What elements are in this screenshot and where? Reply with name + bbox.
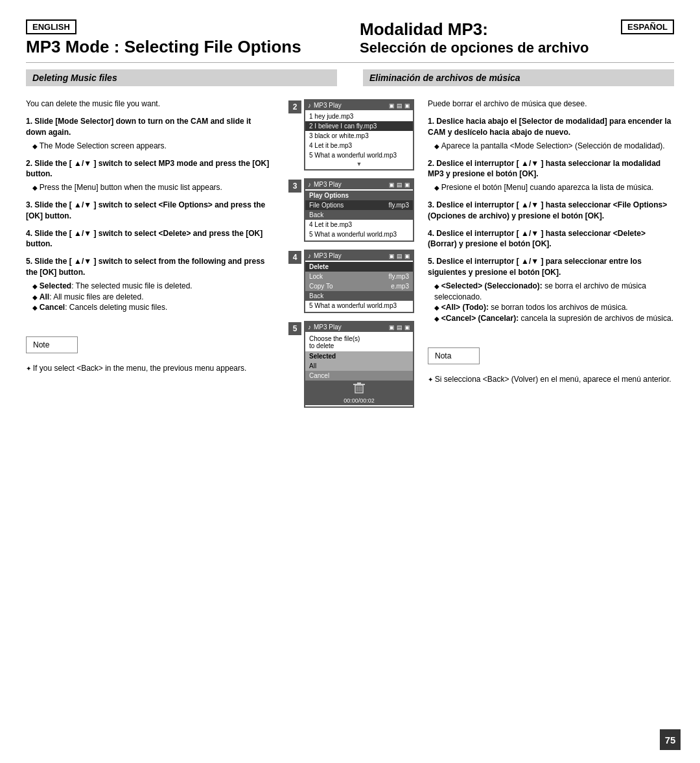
icon5-2: ▤ xyxy=(397,324,402,331)
s4-copyto: Copy To e.mp3 xyxy=(305,281,413,291)
s3-play-options: Play Options xyxy=(305,191,413,200)
screen-3-icons: ▣ ▤ ▣ xyxy=(389,182,410,188)
step-es-5-bullet3: <Cancel> (Cancelar): cancela la supresió… xyxy=(434,313,674,324)
screen-3-device: ♪ MP3 Play ▣ ▤ ▣ Play Options File Optio… xyxy=(304,178,414,242)
screen-3-titlebar: ♪ MP3 Play ▣ ▤ ▣ xyxy=(305,180,413,189)
s2-item5: 5 What a wonderful world.mp3 xyxy=(305,150,413,160)
step-es-1: 1. Deslice hacia abajo el [Selector de m… xyxy=(428,116,674,151)
screen-4-titlebar: ♪ MP3 Play ▣ ▤ ▣ xyxy=(305,251,413,261)
step-en-3: 3. Slide the [ ▲/▼ ] switch to select <F… xyxy=(26,200,272,222)
step-es-2-bullet: Presione el botón [Menu] cuando aparezca… xyxy=(434,182,674,193)
step-es-4-text: 4. Deslice el interruptor [ ▲/▼ ] hasta … xyxy=(428,229,646,249)
note-box-es: Nota xyxy=(428,347,480,364)
note-box-en: Note xyxy=(26,336,78,353)
step-en-3-text: 3. Slide the [ ▲/▼ ] switch to select <F… xyxy=(26,200,265,220)
s4-copyto-label: Copy To xyxy=(309,283,333,290)
trash-icon xyxy=(353,382,366,394)
page-title-es-bottom: Selección de opciones de archivo xyxy=(360,40,589,56)
s5-choose-text: Choose the file(s) to delete xyxy=(305,333,413,351)
step-en-5-bullet3: Cancel: Cancels deleting music files. xyxy=(32,302,272,313)
step-en-2-text: 2. Slide the [ ▲/▼ ] switch to select MP… xyxy=(26,159,269,179)
icon3-3: ▣ xyxy=(404,182,410,188)
col-spanish: Puede borrar el archivo de música que de… xyxy=(421,99,674,416)
spanish-intro: Puede borrar el archivo de música que de… xyxy=(428,99,674,108)
step-en-5-bullet1: Selected: The selected music file is del… xyxy=(32,281,272,292)
icon4-1: ▣ xyxy=(389,253,395,259)
s3-file-options: File Options fly.mp3 xyxy=(305,200,413,210)
screen-2-body: 1 hey jude.mp3 2 I believe I can fly.mp3… xyxy=(305,110,413,169)
s2-item1: 1 hey jude.mp3 xyxy=(305,112,413,121)
screen-5-icons: ▣ ▤ ▣ xyxy=(389,324,410,331)
step-en-5: 5. Slide the [ ▲/▼ ] switch to select fr… xyxy=(26,256,272,313)
screen-5-num: 5 xyxy=(288,322,301,335)
note-label-es: Nota xyxy=(435,351,451,360)
section-header-es: Eliminación de archivos de música xyxy=(363,69,674,86)
page-number: 75 xyxy=(660,729,681,750)
s3-file-label: File Options xyxy=(309,202,344,209)
step-es-1-bullet: Aparece la pantalla <Mode Selection> (Se… xyxy=(434,141,674,152)
screen-2-wrapper: 2 ♪ MP3 Play ▣ ▤ ▣ 1 he xyxy=(288,99,418,170)
note-label-en: Note xyxy=(33,340,49,349)
screen-4-device: ♪ MP3 Play ▣ ▤ ▣ Delete Lock f xyxy=(304,250,414,313)
s4-lock-label: Lock xyxy=(309,273,323,280)
screen-2-titlebar: ♪ MP3 Play ▣ ▤ ▣ xyxy=(305,100,413,110)
s4-lock: Lock fly.mp3 xyxy=(305,272,413,281)
note-content-es: Si selecciona <Back> (Volver) en el menú… xyxy=(428,373,674,385)
s2-item4: 4 Let it be.mp3 xyxy=(305,141,413,150)
screen-4-body: Delete Lock fly.mp3 Copy To e.mp3 Back 5… xyxy=(305,261,413,312)
screen-5-title: MP3 Play xyxy=(314,323,342,331)
left-header: ENGLISH MP3 Mode : Selecting File Option… xyxy=(26,19,340,57)
screen-2-icons: ▣ ▤ ▣ xyxy=(389,102,410,109)
s3-item5: 5 What a wonderful world.mp3 xyxy=(305,229,413,239)
icon3: ▣ xyxy=(404,102,410,109)
screens-column: 2 ♪ MP3 Play ▣ ▤ ▣ 1 he xyxy=(285,99,421,416)
step-es-2: 2. Deslice el interruptor [ ▲/▼ ] hasta … xyxy=(428,158,674,193)
step-en-4-text: 4. Slide the [ ▲/▼ ] switch to select <D… xyxy=(26,229,262,249)
screen-2-title: MP3 Play xyxy=(314,102,342,109)
right-header: Modalidad MP3: Selección de opciones de … xyxy=(340,19,674,57)
screen-5-body: Choose the file(s) to delete Selected Al… xyxy=(305,332,413,406)
svg-rect-1 xyxy=(353,384,365,385)
s5-choose-line2: to delete xyxy=(309,342,334,349)
col-english: You can delete the music file you want. … xyxy=(26,99,285,416)
page-title-es-top: Modalidad MP3: xyxy=(360,19,589,40)
step-en-2: 2. Slide the [ ▲/▼ ] switch to select MP… xyxy=(26,158,272,193)
s5-bottom: 00:00/00:02 xyxy=(305,396,413,405)
icon4-2: ▤ xyxy=(397,253,402,259)
music-note-icon-3: ♪ xyxy=(308,181,311,188)
s3-back: Back xyxy=(305,210,413,220)
note-content-en: If you select <Back> in the menu, the pr… xyxy=(26,362,272,374)
step-en-2-bullet: Press the [Menu] button when the music l… xyxy=(32,182,272,193)
step-es-5: 5. Deslice el interruptor [ ▲/▼ ] para s… xyxy=(428,256,674,324)
step-es-3: 3. Deslice el interruptor [ ▲/▼ ] hasta … xyxy=(428,200,674,222)
screen-4-title: MP3 Play xyxy=(314,252,342,259)
screen-3-num: 3 xyxy=(288,180,301,193)
s2-item3: 3 black or white.mp3 xyxy=(305,131,413,141)
step-en-1-bullet: The Mode Selection screen appears. xyxy=(32,141,272,152)
screen-3-body: Play Options File Options fly.mp3 Back 4… xyxy=(305,189,413,241)
english-steps: 1. Slide [Mode Selector] down to turn on… xyxy=(26,116,272,313)
screen-3-wrapper: 3 ♪ MP3 Play ▣ ▤ ▣ Play xyxy=(288,178,418,242)
icon3-1: ▣ xyxy=(389,182,395,188)
s3-item4: 4 Let it be.mp3 xyxy=(305,220,413,229)
step-en-4: 4. Slide the [ ▲/▼ ] switch to select <D… xyxy=(26,228,272,250)
music-note-icon-4: ♪ xyxy=(308,252,311,259)
step-en-1-text: 1. Slide [Mode Selector] down to turn on… xyxy=(26,117,251,137)
step-en-1: 1. Slide [Mode Selector] down to turn on… xyxy=(26,116,272,151)
step-es-5-bullet1: <Selected> (Seleccionado): se borra el a… xyxy=(434,281,674,303)
step-es-5-text: 5. Deslice el interruptor [ ▲/▼ ] para s… xyxy=(428,257,642,277)
s5-selected: Selected xyxy=(305,351,413,361)
screen-4-icons: ▣ ▤ ▣ xyxy=(389,253,410,259)
s5-trash-row xyxy=(305,381,413,396)
step-es-3-text: 3. Deslice el interruptor [ ▲/▼ ] hasta … xyxy=(428,200,667,220)
s4-lock-value: fly.mp3 xyxy=(389,273,410,280)
step-en-5-bullet2: All: All music files are deleted. xyxy=(32,292,272,303)
s5-all: All xyxy=(305,361,413,371)
icon4-3: ▣ xyxy=(404,253,410,259)
s2-scroll: ▼ xyxy=(305,160,413,168)
screen-5-device: ♪ MP3 Play ▣ ▤ ▣ Choose the file(s) to d… xyxy=(304,321,414,408)
section-header-en: Deleting Music files xyxy=(26,69,337,86)
screen-2-num: 2 xyxy=(288,100,301,113)
icon5-1: ▣ xyxy=(389,324,395,331)
english-intro: You can delete the music file you want. xyxy=(26,99,272,108)
